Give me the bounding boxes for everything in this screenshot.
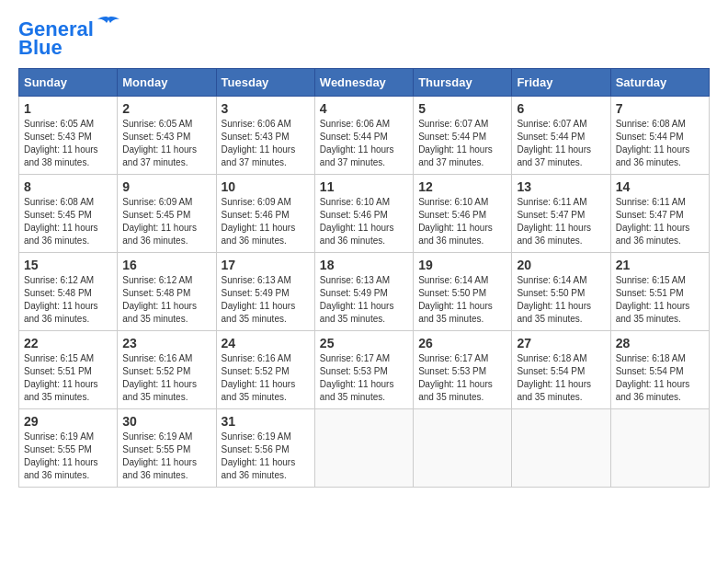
calendar-week-5: 29 Sunrise: 6:19 AM Sunset: 5:55 PM Dayl…	[19, 409, 710, 488]
day-info: Sunrise: 6:12 AM Sunset: 5:48 PM Dayligh…	[24, 274, 112, 326]
day-info: Sunrise: 6:09 AM Sunset: 5:45 PM Dayligh…	[122, 196, 210, 247]
day-number: 28	[616, 336, 704, 350]
calendar-cell: 24 Sunrise: 6:16 AM Sunset: 5:52 PM Dayl…	[216, 331, 314, 409]
calendar-cell: 11 Sunrise: 6:10 AM Sunset: 5:46 PM Dayl…	[314, 175, 413, 253]
calendar-week-1: 1 Sunrise: 6:05 AM Sunset: 5:43 PM Dayli…	[19, 97, 710, 175]
day-number: 5	[418, 101, 506, 116]
day-info: Sunrise: 6:16 AM Sunset: 5:52 PM Dayligh…	[122, 352, 210, 404]
day-info: Sunrise: 6:12 AM Sunset: 5:48 PM Dayligh…	[122, 274, 210, 326]
calendar-cell: 19 Sunrise: 6:14 AM Sunset: 5:50 PM Dayl…	[414, 253, 512, 331]
day-info: Sunrise: 6:07 AM Sunset: 5:44 PM Dayligh…	[418, 118, 506, 169]
day-number: 14	[616, 179, 704, 194]
day-info: Sunrise: 6:14 AM Sunset: 5:50 PM Dayligh…	[418, 274, 506, 326]
day-info: Sunrise: 6:05 AM Sunset: 5:43 PM Dayligh…	[122, 118, 210, 169]
day-info: Sunrise: 6:08 AM Sunset: 5:45 PM Dayligh…	[24, 196, 112, 247]
logo-blue-text: Blue	[18, 36, 63, 59]
calendar-cell: 18 Sunrise: 6:13 AM Sunset: 5:49 PM Dayl…	[314, 253, 413, 331]
weekday-header-tuesday: Tuesday	[216, 69, 314, 97]
day-number: 19	[418, 258, 506, 272]
calendar-cell: 10 Sunrise: 6:09 AM Sunset: 5:46 PM Dayl…	[216, 175, 314, 253]
day-number: 9	[122, 179, 210, 194]
day-info: Sunrise: 6:05 AM Sunset: 5:43 PM Dayligh…	[24, 118, 112, 169]
day-number: 6	[517, 101, 605, 116]
day-info: Sunrise: 6:06 AM Sunset: 5:44 PM Dayligh…	[320, 118, 408, 169]
day-number: 18	[320, 258, 408, 272]
calendar-cell: 26 Sunrise: 6:17 AM Sunset: 5:53 PM Dayl…	[414, 331, 512, 409]
day-info: Sunrise: 6:15 AM Sunset: 5:51 PM Dayligh…	[616, 274, 704, 326]
calendar-cell: 28 Sunrise: 6:18 AM Sunset: 5:54 PM Dayl…	[610, 331, 709, 409]
day-info: Sunrise: 6:10 AM Sunset: 5:46 PM Dayligh…	[418, 196, 506, 247]
day-number: 25	[320, 336, 408, 350]
calendar-week-3: 15 Sunrise: 6:12 AM Sunset: 5:48 PM Dayl…	[19, 253, 710, 331]
calendar-cell: 31 Sunrise: 6:19 AM Sunset: 5:56 PM Dayl…	[216, 409, 314, 488]
day-info: Sunrise: 6:11 AM Sunset: 5:47 PM Dayligh…	[517, 196, 605, 247]
calendar-week-4: 22 Sunrise: 6:15 AM Sunset: 5:51 PM Dayl…	[19, 331, 710, 409]
calendar-cell: 14 Sunrise: 6:11 AM Sunset: 5:47 PM Dayl…	[610, 175, 709, 253]
day-info: Sunrise: 6:15 AM Sunset: 5:51 PM Dayligh…	[24, 352, 112, 404]
calendar-cell: 23 Sunrise: 6:16 AM Sunset: 5:52 PM Dayl…	[118, 331, 216, 409]
calendar-cell: 5 Sunrise: 6:07 AM Sunset: 5:44 PM Dayli…	[414, 97, 512, 175]
calendar-cell: 8 Sunrise: 6:08 AM Sunset: 5:45 PM Dayli…	[19, 175, 118, 253]
calendar-cell	[512, 409, 610, 488]
day-number: 26	[418, 336, 506, 350]
calendar-cell: 12 Sunrise: 6:10 AM Sunset: 5:46 PM Dayl…	[414, 175, 512, 253]
logo: General Blue	[18, 18, 121, 59]
day-number: 3	[222, 101, 310, 116]
calendar-cell: 27 Sunrise: 6:18 AM Sunset: 5:54 PM Dayl…	[512, 331, 610, 409]
page-header: General Blue	[18, 18, 710, 59]
day-number: 17	[222, 258, 310, 272]
calendar-cell: 2 Sunrise: 6:05 AM Sunset: 5:43 PM Dayli…	[118, 97, 216, 175]
day-info: Sunrise: 6:19 AM Sunset: 5:55 PM Dayligh…	[24, 431, 112, 482]
calendar-cell: 16 Sunrise: 6:12 AM Sunset: 5:48 PM Dayl…	[118, 253, 216, 331]
day-number: 10	[222, 179, 310, 194]
day-number: 29	[24, 414, 112, 429]
day-number: 8	[24, 179, 112, 194]
weekday-header-row: SundayMondayTuesdayWednesdayThursdayFrid…	[19, 69, 710, 97]
day-number: 11	[320, 179, 408, 194]
calendar-cell: 15 Sunrise: 6:12 AM Sunset: 5:48 PM Dayl…	[19, 253, 118, 331]
day-number: 4	[320, 101, 408, 116]
day-number: 23	[122, 336, 210, 350]
calendar-cell	[414, 409, 512, 488]
calendar-cell: 7 Sunrise: 6:08 AM Sunset: 5:44 PM Dayli…	[610, 97, 709, 175]
calendar-cell: 25 Sunrise: 6:17 AM Sunset: 5:53 PM Dayl…	[314, 331, 413, 409]
day-info: Sunrise: 6:07 AM Sunset: 5:44 PM Dayligh…	[517, 118, 605, 169]
weekday-header-friday: Friday	[512, 69, 610, 97]
day-info: Sunrise: 6:08 AM Sunset: 5:44 PM Dayligh…	[616, 118, 704, 169]
day-number: 1	[24, 101, 112, 116]
calendar-cell: 20 Sunrise: 6:14 AM Sunset: 5:50 PM Dayl…	[512, 253, 610, 331]
day-info: Sunrise: 6:06 AM Sunset: 5:43 PM Dayligh…	[222, 118, 310, 169]
calendar-cell: 1 Sunrise: 6:05 AM Sunset: 5:43 PM Dayli…	[19, 97, 118, 175]
day-number: 22	[24, 336, 112, 350]
day-info: Sunrise: 6:09 AM Sunset: 5:46 PM Dayligh…	[222, 196, 310, 247]
day-number: 7	[616, 101, 704, 116]
weekday-header-saturday: Saturday	[610, 69, 709, 97]
day-number: 20	[517, 258, 605, 272]
day-info: Sunrise: 6:13 AM Sunset: 5:49 PM Dayligh…	[222, 274, 310, 326]
day-info: Sunrise: 6:19 AM Sunset: 5:56 PM Dayligh…	[222, 431, 310, 482]
calendar-week-2: 8 Sunrise: 6:08 AM Sunset: 5:45 PM Dayli…	[19, 175, 710, 253]
day-info: Sunrise: 6:18 AM Sunset: 5:54 PM Dayligh…	[616, 352, 704, 404]
calendar-cell: 29 Sunrise: 6:19 AM Sunset: 5:55 PM Dayl…	[19, 409, 118, 488]
weekday-header-sunday: Sunday	[19, 69, 118, 97]
day-info: Sunrise: 6:19 AM Sunset: 5:55 PM Dayligh…	[122, 431, 210, 482]
day-number: 21	[616, 258, 704, 272]
day-number: 15	[24, 258, 112, 272]
day-number: 27	[517, 336, 605, 350]
day-number: 31	[222, 414, 310, 429]
calendar-cell: 22 Sunrise: 6:15 AM Sunset: 5:51 PM Dayl…	[19, 331, 118, 409]
calendar-cell: 30 Sunrise: 6:19 AM Sunset: 5:55 PM Dayl…	[118, 409, 216, 488]
day-info: Sunrise: 6:18 AM Sunset: 5:54 PM Dayligh…	[517, 352, 605, 404]
day-number: 30	[122, 414, 210, 429]
day-info: Sunrise: 6:16 AM Sunset: 5:52 PM Dayligh…	[222, 352, 310, 404]
day-number: 16	[122, 258, 210, 272]
day-info: Sunrise: 6:10 AM Sunset: 5:46 PM Dayligh…	[320, 196, 408, 247]
day-number: 2	[122, 101, 210, 116]
weekday-header-thursday: Thursday	[414, 69, 512, 97]
day-number: 13	[517, 179, 605, 194]
calendar-cell: 13 Sunrise: 6:11 AM Sunset: 5:47 PM Dayl…	[512, 175, 610, 253]
calendar-cell: 6 Sunrise: 6:07 AM Sunset: 5:44 PM Dayli…	[512, 97, 610, 175]
day-info: Sunrise: 6:14 AM Sunset: 5:50 PM Dayligh…	[517, 274, 605, 326]
calendar-table: SundayMondayTuesdayWednesdayThursdayFrid…	[18, 68, 710, 488]
calendar-cell: 21 Sunrise: 6:15 AM Sunset: 5:51 PM Dayl…	[610, 253, 709, 331]
